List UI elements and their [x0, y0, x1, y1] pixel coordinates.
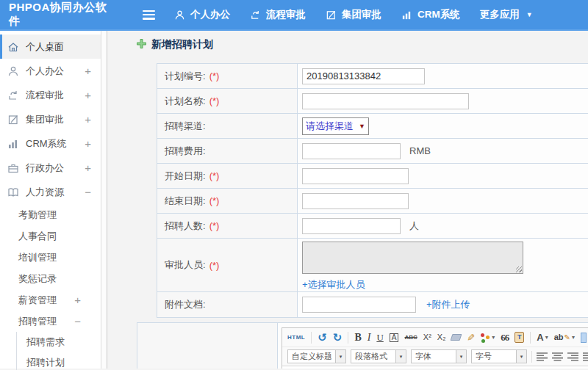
bold-button[interactable]: B [354, 333, 361, 343]
sidebar-item-attendance[interactable]: 考勤管理 [0, 204, 101, 225]
sidebar-item-admin-office[interactable]: 行政办公 + [0, 156, 101, 180]
collapse-icon[interactable]: − [85, 186, 91, 198]
expand-icon[interactable]: + [85, 162, 91, 174]
dropdown-caret-icon[interactable]: ▾ [516, 350, 526, 363]
field-label: 招聘人数: [165, 220, 206, 233]
sidebar-item-hr[interactable]: 人力资源 − [0, 180, 101, 204]
blockquote-button[interactable]: 66 [501, 333, 509, 342]
dropdown-caret-icon[interactable]: ▾ [335, 350, 345, 363]
sidebar-item-process-approval[interactable]: 流程审批 + [0, 83, 101, 107]
resize-grip[interactable] [516, 266, 522, 272]
dropdown-caret-icon[interactable]: ▾ [456, 350, 466, 363]
recruit-plan-form: 计划编号:(*) 计划名称:(*) 招聘渠道: 请选择渠道 ▼ [157, 63, 588, 318]
custom-heading-dropdown[interactable]: 自定义标题 ▾ [287, 349, 346, 363]
sidebar-item-rewards[interactable]: 奖惩记录 [0, 268, 101, 289]
nav-personal-office[interactable]: 个人办公 [174, 8, 230, 21]
font-color-button[interactable]: A▾ [537, 333, 548, 342]
italic-button[interactable]: I [368, 333, 371, 343]
sidebar: 个人桌面 个人办公 + 流程审批 + 集团审批 [0, 31, 107, 369]
hamburger-menu-icon[interactable] [143, 10, 155, 20]
form-row-end-date: 结束日期:(*) [157, 189, 588, 214]
color-palette-icon[interactable]: ▾ [481, 335, 495, 341]
align-justify-icon[interactable] [583, 352, 588, 361]
expand-icon[interactable]: + [85, 137, 91, 150]
strikethrough-button[interactable]: ABC [404, 335, 417, 341]
expand-icon[interactable]: + [85, 65, 91, 77]
sidebar-item-desktop[interactable]: 个人桌面 [0, 35, 101, 59]
redo-icon[interactable]: ↻ [333, 332, 343, 343]
app-logo: PHPOA协同办公软件 [0, 1, 112, 29]
book-icon [7, 186, 19, 198]
nav-more-apps[interactable]: 更多应用 ▼ [480, 8, 533, 21]
start-date-input[interactable] [302, 168, 409, 184]
attachment-input[interactable] [302, 297, 416, 313]
expand-icon[interactable]: + [85, 113, 91, 126]
form-row-start-date: 开始日期:(*) [157, 164, 588, 189]
html-source-button[interactable]: HTML [287, 335, 305, 341]
underline-button[interactable]: U [376, 333, 383, 342]
align-left-icon[interactable] [537, 352, 548, 361]
headcount-input[interactable] [302, 218, 401, 234]
eraser-icon[interactable] [451, 334, 461, 341]
insert-image-icon[interactable] [581, 333, 587, 343]
align-center-icon[interactable] [552, 352, 563, 361]
form-row-approvers: 审批人员:(*) +选择审批人员 [157, 239, 588, 292]
sidebar-item-salary[interactable]: 薪资管理 + [0, 289, 101, 311]
font-size-dropdown[interactable]: 字号 ▾ [471, 349, 527, 363]
add-plus-icon [137, 39, 146, 51]
sidebar-item-hr-contract[interactable]: 人事合同 [0, 225, 101, 247]
collapse-icon[interactable]: − [74, 315, 81, 327]
person-icon [7, 65, 19, 77]
required-mark: (*) [209, 195, 220, 206]
main-content: 新增招聘计划 计划编号:(*) 计划名称:(*) 招聘渠道: 请选择渠道 ▼ [107, 31, 588, 369]
sidebar-item-recruit-demand[interactable]: 招聘需求 [17, 332, 101, 352]
attachment-upload-link[interactable]: +附件上传 [426, 298, 470, 311]
font-family-dropdown[interactable]: 字体 ▾ [411, 349, 467, 363]
align-right-icon[interactable] [567, 352, 578, 361]
editor-content-area[interactable] [282, 366, 588, 369]
plan-name-input[interactable] [302, 93, 469, 109]
required-mark: (*) [209, 220, 220, 231]
headcount-unit: 人 [409, 220, 419, 233]
briefcase-icon [7, 162, 19, 174]
nav-crm[interactable]: CRM系统 [401, 8, 460, 21]
undo-icon[interactable]: ↺ [318, 332, 327, 343]
superscript-button[interactable]: X² [423, 333, 431, 341]
form-row-plan-name: 计划名称:(*) [157, 89, 588, 114]
sidebar-item-group-approval[interactable]: 集团审批 + [0, 107, 101, 131]
channel-select[interactable]: 请选择渠道 ▼ [302, 117, 369, 135]
field-label: 审批人员: [165, 258, 206, 272]
form-row-attachment: 附件文档: +附件上传 [157, 292, 588, 317]
sidebar-item-recruit-mgmt[interactable]: 招聘管理 − [0, 311, 101, 332]
highlight-button[interactable]: ab✎▾ [554, 333, 575, 341]
editor-toolbar-row2: 自定义标题 ▾ 段落格式 ▾ 字体 ▾ 字号 ▾ [282, 347, 588, 366]
editor-toolbar-row1: HTML ↺ ↻ B I U A ABC X² X₂ ✎ [282, 328, 588, 347]
recruit-submenu: 招聘需求 招聘计划 人才库 [16, 332, 101, 370]
format-painter-icon[interactable]: ✎ [466, 333, 476, 341]
field-label: 计划名称: [165, 95, 206, 108]
sidebar-item-personal-office[interactable]: 个人办公 + [0, 59, 101, 83]
approvers-textarea[interactable] [302, 242, 523, 274]
sidebar-item-training[interactable]: 培训管理 [0, 247, 101, 268]
select-approvers-link[interactable]: +选择审批人员 [302, 278, 365, 291]
top-header: PHPOA协同办公软件 个人办公 流程审批 集团审批 CRM系统 [0, 0, 588, 31]
nav-process-approval[interactable]: 流程审批 [250, 8, 306, 21]
paste-icon[interactable]: T [514, 332, 524, 343]
expand-icon[interactable]: + [74, 294, 81, 306]
dropdown-caret-icon[interactable]: ▾ [395, 350, 406, 363]
form-row-channel: 招聘渠道: 请选择渠道 ▼ [157, 114, 588, 139]
plan-no-input[interactable] [302, 68, 425, 84]
page-title: 新增招聘计划 [137, 38, 588, 51]
sidebar-item-crm[interactable]: CRM系统 + [0, 131, 101, 156]
select-caret-icon: ▼ [359, 123, 365, 130]
person-icon [174, 10, 185, 21]
end-date-input[interactable] [302, 193, 409, 209]
font-border-button[interactable]: A [390, 333, 399, 342]
fee-input[interactable] [302, 143, 401, 159]
paragraph-format-dropdown[interactable]: 段落格式 ▾ [351, 349, 406, 363]
expand-icon[interactable]: + [85, 89, 91, 101]
nav-group-approval[interactable]: 集团审批 [326, 8, 381, 21]
sidebar-scrollbar[interactable] [101, 31, 107, 369]
sidebar-item-recruit-plan[interactable]: 招聘计划 [17, 352, 101, 370]
subscript-button[interactable]: X₂ [437, 333, 446, 341]
